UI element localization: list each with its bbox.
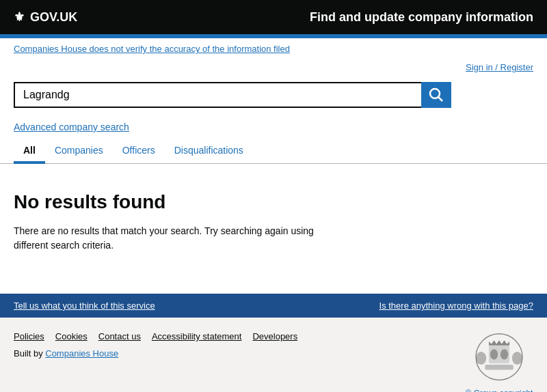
footer-built-prefix: Built by [14,348,45,359]
svg-rect-6 [485,365,513,370]
signin-link[interactable]: Sign in / Register [466,62,533,72]
tab-officers[interactable]: Officers [113,139,165,164]
gov-logo: ⚜ GOV.UK [14,10,77,25]
tabs-container: All Companies Officers Disqualifications [0,132,547,164]
no-results-description: There are no results that match your sea… [14,224,342,253]
feedback-left-link[interactable]: Tell us what you think of this service [14,300,155,311]
footer-companies-house-link[interactable]: Companies House [45,348,118,359]
svg-point-5 [501,349,508,359]
svg-point-8 [512,352,522,365]
footer-link-contact[interactable]: Contact us [98,331,141,341]
search-box [14,82,451,108]
footer-link-accessibility[interactable]: Accessibility statement [152,331,242,341]
header-title: Find and update company information [310,10,533,25]
logo-text: GOV.UK [30,10,77,25]
crown-copyright-link[interactable]: © Crown copyright [466,389,533,392]
royal-crest-icon [465,331,533,386]
footer-crown: © Crown copyright [465,331,533,392]
footer-link-cookies[interactable]: Cookies [55,331,88,341]
main-content: No results found There are no results th… [0,164,547,294]
footer-links: Policies Cookies Contact us Accessibilit… [14,331,297,359]
feedback-bar: Tell us what you think of this service I… [0,294,547,318]
footer-link-developers[interactable]: Developers [252,331,297,341]
svg-point-7 [476,352,486,365]
tab-all[interactable]: All [14,139,45,164]
no-results-title: No results found [14,191,533,213]
search-input[interactable] [14,82,421,108]
tab-disqualifications[interactable]: Disqualifications [165,139,253,164]
footer: Policies Cookies Contact us Accessibilit… [0,318,547,392]
footer-link-policies[interactable]: Policies [14,331,44,341]
search-icon [429,87,444,102]
advanced-link-container: Advanced company search [0,115,547,132]
svg-line-1 [438,97,442,101]
notice-link[interactable]: Companies House does not verify the accu… [14,44,290,54]
search-button[interactable] [421,82,451,108]
crown-icon: ⚜ [14,10,25,25]
footer-built-by: Built by Companies House [14,348,297,359]
search-section [0,75,547,115]
svg-point-0 [430,89,440,98]
svg-point-4 [490,349,498,359]
feedback-right-link[interactable]: Is there anything wrong with this page? [379,300,533,311]
tab-companies[interactable]: Companies [45,139,113,164]
header: ⚜ GOV.UK Find and update company informa… [0,0,547,34]
notice-bar: Companies House does not verify the accu… [0,38,547,59]
advanced-search-link[interactable]: Advanced company search [14,122,129,132]
footer-links-row: Policies Cookies Contact us Accessibilit… [14,331,297,341]
signin-bar: Sign in / Register [0,59,547,75]
